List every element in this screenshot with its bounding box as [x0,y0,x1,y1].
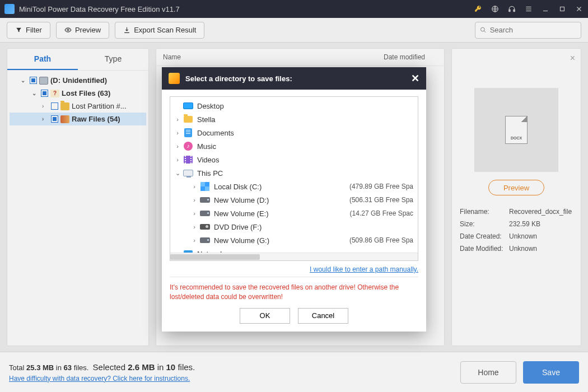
save-directory-dialog: Select a directory to save files: ✕ Desk… [162,67,426,332]
dialog-title: Select a directory to save files: [185,74,292,83]
windows-drive-icon [200,182,209,191]
dir-videos[interactable]: ›Videos [170,153,418,166]
dialog-icon [169,73,180,84]
dir-g[interactable]: ›New Volume (G:)(509.86 GB Free Spa [170,234,418,247]
dir-stella[interactable]: ›Stella [170,113,418,126]
desktop-icon [183,102,193,109]
manual-path-link[interactable]: I would like to enter a path manually. [170,265,418,273]
directory-tree: Desktop ›Stella ›Documents ›Music ›Video… [170,96,418,261]
ok-button[interactable]: OK [240,308,290,324]
dir-d[interactable]: ›New Volume (D:)(506.31 GB Free Spa [170,193,418,207]
videos-icon [184,156,193,164]
dir-thispc[interactable]: ⌄This PC [170,166,418,180]
dir-music[interactable]: ›Music [170,139,418,153]
dir-e[interactable]: ›New Volume (E:)(14.27 GB Free Spac [170,207,418,220]
dir-documents[interactable]: ›Documents [170,126,418,139]
dir-c[interactable]: ›Local Disk (C:)(479.89 GB Free Spa [170,180,418,193]
drive-icon [200,197,210,203]
drive-icon [200,211,210,216]
dir-desktop[interactable]: Desktop [170,99,418,113]
dvd-drive-icon [200,224,210,230]
cancel-button[interactable]: Cancel [298,308,348,324]
drive-icon [200,237,210,243]
dir-f[interactable]: ›DVD Drive (F:) [170,220,418,234]
documents-icon [184,128,192,137]
music-icon [184,142,193,151]
dialog-close-icon[interactable]: ✕ [411,72,419,85]
pc-icon [183,170,193,176]
h-scrollbar[interactable] [170,253,418,260]
warning-text: It's recommended to save the recovered f… [170,277,418,308]
folder-icon [184,116,193,123]
